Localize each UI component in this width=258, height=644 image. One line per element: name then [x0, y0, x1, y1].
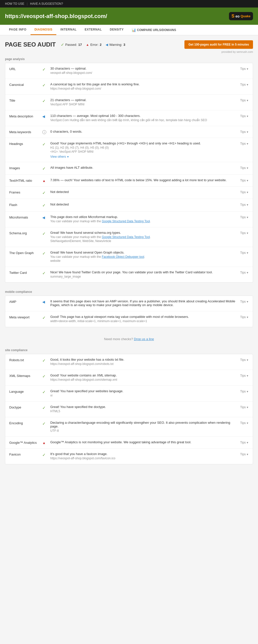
row-sub-text-1-1-0: width=device-width, initial-scale=1, min… [50, 319, 237, 323]
warning-status-icon: ◀ [42, 114, 45, 118]
row-sub-text-2-1-0: https://veospot-aff-shop.blogspot.com/si… [50, 378, 237, 381]
row-main-text-2-4: Declaring a character/language encoding … [50, 421, 237, 428]
passed-count: 17 [78, 43, 82, 47]
tips-button-2-1[interactable]: Tips ▼ [240, 373, 249, 377]
tips-button-2-6[interactable]: Tips ▼ [240, 452, 249, 456]
row-main-text-0-6: All images have ALT attribute. [50, 166, 237, 169]
row-label-0-2: Title [9, 98, 39, 102]
tips-button-0-7[interactable]: Tips ▼ [240, 178, 249, 182]
cta-button[interactable]: Get 100-pages audit for FREE in 5 minute… [184, 40, 253, 49]
audit-row-2-2: Language✓Great! You have specified your … [5, 386, 253, 401]
row-sub-text-0-1-0: https://veospot-aff-shop.blogspot.com/ [50, 87, 237, 90]
row-icon-0-12: ✓ [42, 251, 47, 256]
row-main-text-2-6: It's good that you have a favicon image. [50, 452, 237, 456]
row-icon-1-1: ✓ [42, 315, 47, 320]
row-main-text-0-12: Great! We have found several Open Graph … [50, 251, 237, 254]
row-label-0-12: The Open Graph [9, 251, 39, 255]
row-content-0-5: Good! Your page implements HTML headings… [50, 141, 237, 158]
section-1: Mobile complianceAMP◀It seems that this … [5, 290, 253, 346]
tips-button-0-4[interactable]: Tips ▼ [240, 130, 249, 134]
tips-button-0-6[interactable]: Tips ▼ [240, 166, 249, 170]
tab-density[interactable]: DENSITY [106, 25, 128, 35]
check-status-icon: ✓ [42, 67, 46, 72]
row-main-text-0-4: 0 characters, 0 words. [50, 130, 237, 133]
row-label-2-5: Google™ Analytics [9, 440, 39, 445]
tab-external[interactable]: EXTERNAL [81, 25, 106, 35]
row-content-0-11: Great! We have found several schema.org … [50, 231, 237, 243]
row-icon-2-3: ✓ [42, 405, 47, 410]
row-label-1-1: Meta viewport [9, 315, 39, 319]
row-content-2-5: Google™ Analytics is not monitoring your… [50, 440, 237, 445]
logo-text: eo [235, 14, 239, 18]
row-sub-text-0-12-0: You can validate your markup with the Fa… [50, 255, 237, 259]
section-label-1: Mobile compliance [5, 290, 253, 294]
tips-button-0-0[interactable]: Tips ▼ [240, 67, 249, 71]
nav-tabs: PAGE INFO DIAGNOSIS INTERNAL EXTERNAL DE… [0, 25, 258, 35]
row-icon-0-10: ◀ [42, 215, 47, 220]
check-status-icon: ✓ [42, 405, 46, 410]
audit-row-0-13: Twitter Card✓Nice! We have found Twitter… [5, 267, 253, 282]
row-label-0-5: Headings [9, 141, 39, 146]
tips-button-0-2[interactable]: Tips ▼ [240, 98, 249, 102]
tips-button-0-10[interactable]: Tips ▼ [240, 215, 249, 219]
row-label-0-3: Meta description [9, 114, 39, 118]
tab-internal[interactable]: INTERNAL [56, 25, 81, 35]
check-status-icon: ✓ [42, 99, 46, 103]
check-status-icon: ✓ [42, 358, 46, 363]
row-icon-0-2: ✓ [42, 98, 47, 103]
row-label-2-4: Encoding [9, 421, 39, 425]
tips-button-2-3[interactable]: Tips ▼ [240, 405, 249, 409]
tab-page-info[interactable]: PAGE INFO [5, 25, 31, 35]
row-label-0-0: URL [9, 67, 39, 71]
audit-row-2-6: Favicon✓It's good that you have a favico… [5, 449, 253, 464]
check-status-icon: ✓ [42, 315, 46, 320]
tips-button-0-3[interactable]: Tips ▼ [240, 114, 249, 118]
row-sub-text-2-4-0: UTF-8 [50, 429, 237, 433]
row-label-0-9: Flash [9, 202, 39, 207]
warning-label: Warning: [109, 43, 122, 47]
stat-error: ▲ Error: 2 [86, 43, 102, 47]
row-content-0-10: This page does not utilize Microformat m… [50, 215, 237, 224]
logo-icon: S [231, 14, 234, 19]
audit-row-0-5: Headings✓Good! Your page implements HTML… [5, 138, 253, 162]
error-label: Error: [90, 43, 99, 47]
how-to-use-link[interactable]: HOW TO USE [5, 2, 24, 6]
row-sub-text-2-3-0: HTML5 [50, 409, 237, 413]
tips-button-2-4[interactable]: Tips ▼ [240, 421, 249, 425]
audit-row-0-10: Microformats◀This page does not utilize … [5, 211, 253, 227]
audit-row-0-3: Meta description◀110 characters — averag… [5, 110, 253, 126]
tips-button-1-1[interactable]: Tips ▼ [240, 315, 249, 319]
tips-button-1-0[interactable]: Tips ▼ [240, 299, 249, 303]
audit-card-2: Robots.txt✓Good, it looks like your webs… [5, 354, 253, 464]
tips-button-2-5[interactable]: Tips ▼ [240, 440, 249, 444]
tab-compare[interactable]: 📊 COMPARE URLS/DOMAINS [128, 25, 180, 35]
tips-button-0-12[interactable]: Tips ▼ [240, 251, 249, 255]
view-others-link-0-5[interactable]: View others ▼ [50, 155, 69, 158]
tips-button-2-0[interactable]: Tips ▼ [240, 358, 249, 362]
row-main-text-0-3: 110 characters — average. Most optimal 1… [50, 114, 237, 118]
row-sub-text-0-5-2: <H1>: VeoSpot AFF SHOP MINI [50, 150, 237, 153]
tips-button-0-9[interactable]: Tips ▼ [240, 202, 249, 206]
tips-button-0-13[interactable]: Tips ▼ [240, 270, 249, 274]
row-icon-0-0: ✓ [42, 67, 47, 72]
drop-us-line-link[interactable]: Drop us a line [134, 337, 154, 341]
page-url: https://veospot-aff-shop.blogspot.com/ [5, 13, 107, 20]
error-count: 2 [100, 43, 102, 47]
tips-button-2-2[interactable]: Tips ▼ [240, 389, 249, 393]
tab-diagnosis[interactable]: DIAGNOSIS [31, 25, 57, 35]
row-main-text-1-1: Good! This page has a typical viewport m… [50, 315, 237, 319]
row-icon-2-5: ▲ [42, 440, 47, 445]
row-sub-text-2-2-0: vi [50, 394, 237, 397]
provided-by: provided by semrush.com [5, 50, 253, 53]
row-icon-0-7: ▲ [42, 178, 47, 183]
audit-row-2-1: XML Sitemaps✓Good! Your website contains… [5, 370, 253, 386]
row-label-0-11: Schema.org [9, 231, 39, 235]
row-content-1-0: It seems that this page does not have an… [50, 299, 237, 308]
main-content: PAGE SEO AUDIT ✓ Passed: 17 ▲ Error: 2 ◀… [0, 35, 258, 477]
suggestion-link[interactable]: HAVE A SUGGESTION? [30, 2, 63, 6]
tips-button-0-1[interactable]: Tips ▼ [240, 82, 249, 86]
row-content-2-0: Good, it looks like your website has a r… [50, 358, 237, 366]
tips-button-0-5[interactable]: Tips ▼ [240, 141, 249, 145]
tips-button-0-11[interactable]: Tips ▼ [240, 231, 249, 235]
tips-button-0-8[interactable]: Tips ▼ [240, 190, 249, 194]
